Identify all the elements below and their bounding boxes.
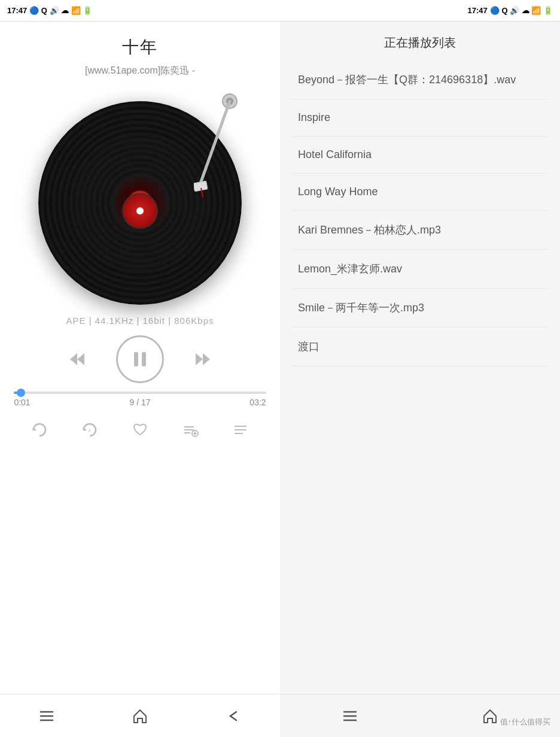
svg-marker-5 (70, 353, 77, 365)
nav-home-left[interactable] (122, 698, 158, 734)
playlist-item-2[interactable]: Hotel California (292, 137, 548, 174)
vinyl-center-dot (136, 207, 144, 214)
status-right: 17:47 🔵 Q 🔊 ☁ 📶 🔋 (468, 6, 553, 15)
playlist-icon[interactable] (229, 418, 252, 442)
playlist-panel: 正在播放列表 Beyond－报答一生【Q群：214696318】.wav Ins… (280, 22, 560, 737)
svg-rect-3 (194, 181, 208, 192)
watermark: 值↑什么值得买 (500, 717, 551, 727)
progress-bar[interactable] (14, 392, 266, 394)
nav-menu-left[interactable] (29, 698, 65, 734)
song-title: 十年 (122, 36, 158, 59)
audio-info: APE | 44.1KHz | 16bit | 806Kbps (66, 316, 214, 326)
player-panel: 十年 [www.51ape.com]陈奕迅 - (0, 22, 280, 737)
progress-section: 0:01 9 / 17 03:2 (14, 392, 266, 407)
nav-back-left[interactable] (215, 698, 251, 734)
svg-rect-8 (142, 352, 146, 366)
repeat-one-icon[interactable]: 1 (78, 418, 102, 442)
time-left: 17:47 (7, 6, 27, 15)
vinyl-container (32, 89, 248, 305)
track-info: 9 / 17 (129, 398, 150, 407)
playlist-item-1[interactable]: Inspire (292, 99, 548, 137)
playlist-items: Beyond－报答一生【Q群：214696318】.wav Inspire Ho… (280, 60, 560, 694)
svg-rect-7 (134, 352, 138, 366)
playlist-item-4[interactable]: Kari Bremnes－柏林恋人.mp3 (292, 211, 548, 250)
playlist-item-5[interactable]: Lemon_米津玄师.wav (292, 250, 548, 289)
current-time: 0:01 (14, 398, 30, 407)
svg-text:1: 1 (88, 427, 91, 433)
playlist-item-3[interactable]: Long Way Home (292, 174, 548, 211)
repeat-icon[interactable] (28, 418, 51, 442)
playlist-item-7[interactable]: 渡口 (292, 327, 548, 366)
progress-times: 0:01 9 / 17 03:2 (14, 398, 266, 407)
vinyl-center (122, 193, 158, 229)
playlist-item-0[interactable]: Beyond－报答一生【Q群：214696318】.wav (292, 60, 548, 99)
play-pause-button[interactable] (116, 335, 164, 383)
bottom-nav-right: 值↑什么值得买 (280, 694, 560, 737)
next-button[interactable] (188, 344, 218, 374)
icons-right: 🔵 Q 🔊 ☁ 📶 🔋 (490, 6, 553, 15)
status-left: 17:47 🔵 Q 🔊 ☁ 📶 🔋 (7, 6, 92, 15)
icons-left: 🔵 Q 🔊 ☁ 📶 🔋 (29, 6, 92, 15)
song-artist: [www.51ape.com]陈奕迅 - (85, 65, 195, 77)
add-to-playlist-icon[interactable] (178, 418, 202, 442)
total-time: 03:2 (249, 398, 266, 407)
svg-marker-9 (196, 353, 203, 365)
svg-marker-10 (203, 353, 210, 365)
main-container: 十年 [www.51ape.com]陈奕迅 - (0, 22, 560, 737)
playlist-item-6[interactable]: Smile－两千年等一次.mp3 (292, 289, 548, 327)
progress-dot (17, 389, 25, 397)
bottom-icons: 1 (14, 418, 266, 442)
nav-home-right[interactable] (472, 698, 508, 734)
svg-line-2 (200, 101, 230, 185)
time-right: 17:47 (468, 6, 488, 15)
playlist-header: 正在播放列表 (280, 22, 560, 60)
playback-controls (62, 335, 218, 383)
prev-button[interactable] (62, 344, 92, 374)
bottom-nav-left (0, 694, 280, 737)
nav-menu-right[interactable] (332, 698, 368, 734)
tonearm (194, 89, 242, 209)
status-bar: 17:47 🔵 Q 🔊 ☁ 📶 🔋 17:47 🔵 Q 🔊 ☁ 📶 🔋 (0, 0, 560, 22)
svg-marker-6 (77, 353, 84, 365)
favorite-icon[interactable] (128, 418, 152, 442)
